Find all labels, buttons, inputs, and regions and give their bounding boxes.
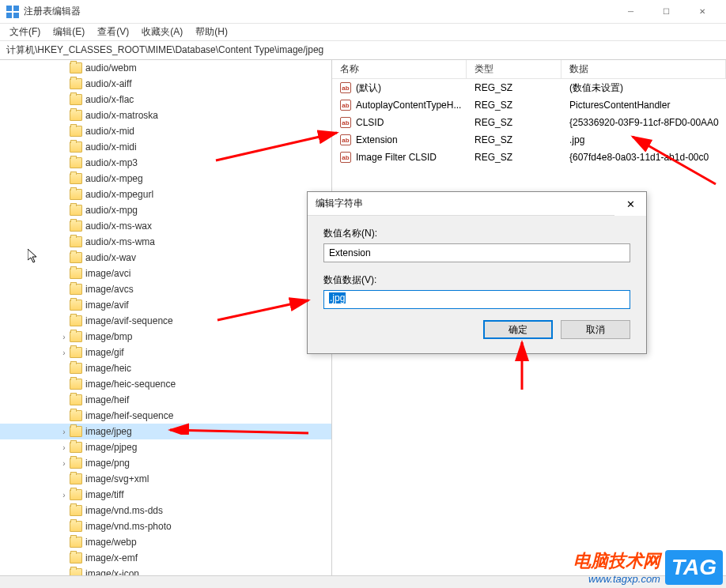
watermark: 电脑技术网 www.tagxp.com TAG <box>573 549 723 585</box>
tree-item[interactable]: ›image/bmp <box>0 329 331 345</box>
tree-item-label: audio/x-mp3 <box>85 157 138 168</box>
menu-favorites[interactable]: 收藏夹(A) <box>135 24 189 40</box>
folder-icon <box>70 537 82 548</box>
maximize-button[interactable]: ☐ <box>648 0 684 24</box>
tree-item-label: audio/x-ms-wax <box>85 220 152 232</box>
tree-item[interactable]: image/avci <box>0 266 331 281</box>
tree-item-label: audio/x-mpegurl <box>85 189 153 200</box>
tree-item[interactable]: image/heic <box>0 360 331 376</box>
watermark-badge: TAG <box>665 550 723 585</box>
dialog-close-button[interactable]: ✕ <box>614 192 646 216</box>
tree-item[interactable]: image/x-emf <box>0 550 331 566</box>
list-row[interactable]: abAutoplayContentTypeH...REG_SZPicturesC… <box>332 96 726 114</box>
menubar: 文件(F) 编辑(E) 查看(V) 收藏夹(A) 帮助(H) <box>0 24 726 41</box>
tree-item[interactable]: image/heif-sequence <box>0 408 331 424</box>
tree-item-label: image/vnd.ms-photo <box>85 521 172 532</box>
tree-item[interactable]: ›image/tiff <box>0 487 331 503</box>
cell-name: abExtension <box>332 134 467 145</box>
tree-item[interactable]: audio/x-mpegurl <box>0 187 331 202</box>
tree-item[interactable]: audio/x-flac <box>0 92 331 107</box>
tree-item[interactable]: image/avcs <box>0 281 331 297</box>
tree-item[interactable]: image/webp <box>0 534 331 550</box>
reg-string-icon: ab <box>340 134 351 145</box>
header-name[interactable]: 名称 <box>332 60 467 78</box>
tree-item[interactable]: audio/x-ms-wax <box>0 218 331 234</box>
value-name-input[interactable] <box>323 243 630 262</box>
tree-item[interactable]: image/vnd.ms-photo <box>0 518 331 534</box>
tree-item[interactable]: audio/x-aiff <box>0 76 331 92</box>
tree-item-label: image/heif <box>85 394 129 405</box>
reg-string-icon: ab <box>340 152 351 163</box>
expander-icon[interactable]: › <box>59 428 70 436</box>
expander-icon[interactable]: › <box>59 333 70 341</box>
tree-item-label: image/jpeg <box>85 426 132 437</box>
tree-item[interactable]: audio/webm <box>0 60 331 76</box>
menu-file[interactable]: 文件(F) <box>3 24 47 40</box>
list-row[interactable]: abImage Filter CLSIDREG_SZ{607fd4e8-0a03… <box>332 149 726 166</box>
expander-icon[interactable]: › <box>59 491 70 499</box>
tree-item-label: image/x-icon <box>85 568 139 575</box>
folder-icon <box>70 363 82 374</box>
cell-name: abImage Filter CLSID <box>332 152 467 163</box>
tree-item-label: image/svg+xml <box>85 473 149 484</box>
menu-help[interactable]: 帮助(H) <box>189 24 234 40</box>
tree-item-label: audio/x-mpeg <box>85 173 143 184</box>
folder-icon <box>70 379 82 390</box>
folder-icon <box>70 394 82 405</box>
tree-item[interactable]: ›image/gif <box>0 345 331 360</box>
edit-string-dialog: 编辑字符串 ✕ 数值名称(N): 数值数据(V): .jpg 确定 取消 <box>307 191 647 354</box>
dialog-titlebar: 编辑字符串 ✕ <box>308 192 646 216</box>
expander-icon[interactable]: › <box>59 443 70 452</box>
tree-item-label: image/x-emf <box>85 552 138 564</box>
svg-rect-1 <box>13 6 19 11</box>
tree-item-label: audio/x-wav <box>85 252 136 263</box>
folder-icon <box>70 205 82 216</box>
tree-item-label: image/bmp <box>85 331 132 342</box>
list-row[interactable]: ab(默认)REG_SZ(数值未设置) <box>332 79 726 96</box>
tree-item[interactable]: audio/x-matroska <box>0 107 331 123</box>
ok-button[interactable]: 确定 <box>483 320 553 339</box>
tree-item[interactable]: image/x-icon <box>0 566 331 575</box>
header-data[interactable]: 数据 <box>562 60 726 78</box>
cancel-button[interactable]: 取消 <box>561 320 630 339</box>
cell-data: {25336920-03F9-11cf-8FD0-00AA0 <box>562 117 726 128</box>
folder-icon <box>70 347 82 358</box>
tree-item[interactable]: ›image/png <box>0 455 331 471</box>
folder-icon <box>70 489 82 500</box>
tree-item[interactable]: image/heif <box>0 392 331 408</box>
header-type[interactable]: 类型 <box>467 60 562 78</box>
value-data-input[interactable]: .jpg <box>323 290 630 309</box>
tree-item-label: image/png <box>85 458 130 469</box>
tree-item[interactable]: audio/x-mpg <box>0 202 331 218</box>
tree-item[interactable]: image/vnd.ms-dds <box>0 503 331 518</box>
tree-item[interactable]: audio/x-ms-wma <box>0 234 331 250</box>
folder-icon <box>70 62 82 74</box>
tree-item[interactable]: image/svg+xml <box>0 471 331 487</box>
tree-item-label: image/avif <box>85 300 129 311</box>
expander-icon[interactable]: › <box>59 349 70 357</box>
tree-item[interactable]: audio/x-wav <box>0 250 331 266</box>
folder-icon <box>70 284 82 295</box>
list-row[interactable]: abExtensionREG_SZ.jpg <box>332 131 726 149</box>
folder-icon <box>70 300 82 311</box>
list-row[interactable]: abCLSIDREG_SZ{25336920-03F9-11cf-8FD0-00… <box>332 114 726 131</box>
tree-pane[interactable]: audio/webmaudio/x-aiffaudio/x-flacaudio/… <box>0 60 332 575</box>
tree-item[interactable]: image/avif-sequence <box>0 313 331 329</box>
cell-data: PicturesContentHandler <box>562 100 726 111</box>
menu-view[interactable]: 查看(V) <box>91 24 135 40</box>
minimize-button[interactable]: ─ <box>613 0 648 24</box>
address-bar[interactable]: 计算机\HKEY_CLASSES_ROOT\MIME\Database\Cont… <box>0 41 726 60</box>
expander-icon[interactable]: › <box>59 459 70 468</box>
tree-item[interactable]: audio/x-mp3 <box>0 155 331 171</box>
tree-item[interactable]: audio/x-midi <box>0 139 331 155</box>
tree-item[interactable]: audio/x-mpeg <box>0 171 331 187</box>
menu-edit[interactable]: 编辑(E) <box>47 24 91 40</box>
tree-item[interactable]: ›image/jpeg <box>0 424 331 439</box>
tree-item[interactable]: image/avif <box>0 297 331 313</box>
tree-item[interactable]: image/heic-sequence <box>0 376 331 392</box>
tree-item[interactable]: audio/x-mid <box>0 123 331 139</box>
folder-icon <box>70 126 82 137</box>
watermark-url: www.tagxp.com <box>573 573 660 585</box>
tree-item[interactable]: ›image/pjpeg <box>0 439 331 455</box>
close-button[interactable]: ✕ <box>684 0 720 24</box>
